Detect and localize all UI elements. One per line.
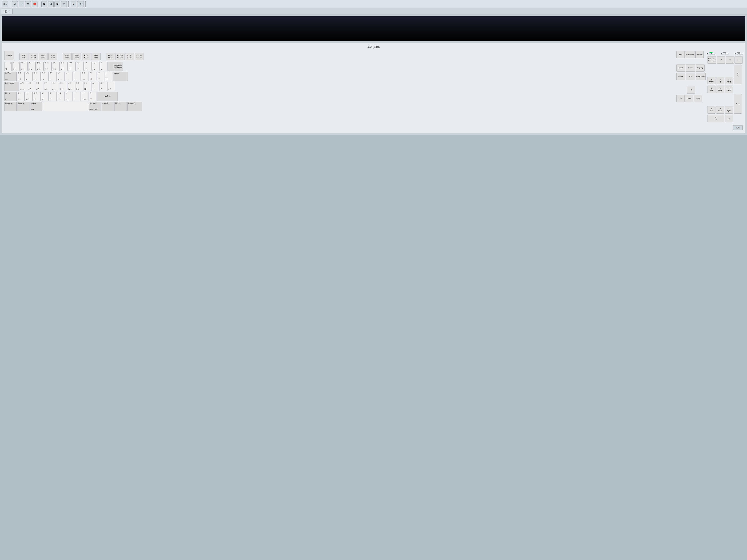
numpad-7-key[interactable]: 7Home	[707, 77, 716, 84]
numpad-3-key[interactable]: 3Pg Dn	[725, 106, 733, 114]
equals-key[interactable]: + .= .	[100, 62, 107, 71]
f4-key[interactable]: F4 F4F4 F4	[48, 53, 57, 60]
x-key[interactable]: X >x »	[25, 92, 32, 101]
y-key[interactable]: Y ¥y ←	[57, 72, 65, 81]
i-key[interactable]: I ıi →	[73, 72, 80, 81]
end-key[interactable]: End	[686, 73, 695, 80]
minus-key[interactable]: _ ¿- \	[92, 62, 100, 71]
numpad-2-key[interactable]: 2Down	[716, 106, 724, 114]
space-key[interactable]	[43, 102, 88, 111]
g-key[interactable]: G ŋg ŋ	[52, 82, 59, 91]
numpad-del-key[interactable]: Del	[725, 115, 733, 122]
page-down-key[interactable]: Page Down	[696, 73, 706, 80]
p-key[interactable]: P Þp þ	[89, 72, 97, 81]
r-key[interactable]: R ®r ¶	[41, 72, 49, 81]
h-key[interactable]: H Ħh ħ	[59, 82, 67, 91]
down-key[interactable]: Down	[685, 95, 693, 102]
f11-key[interactable]: F11 F···F11 F···	[125, 53, 134, 60]
ctrl-r-key[interactable]: Control R	[127, 102, 142, 111]
numpad-9-key[interactable]: 9Pg Up	[725, 77, 733, 84]
menu-key[interactable]: Menu	[114, 102, 127, 111]
q-key[interactable]: Q Ωq ®	[17, 72, 25, 81]
m-key[interactable]: M °m µ	[65, 92, 73, 101]
rbracket-key[interactable]: } ~] ]	[105, 72, 112, 81]
shift-r-key[interactable]: Shift R	[97, 92, 118, 101]
numpad-div-key[interactable]: / /	[717, 56, 725, 64]
super-l-key[interactable]: Super L	[17, 102, 29, 111]
numpad-enter-key[interactable]: Enter	[734, 94, 742, 114]
7-key[interactable]: & ⅞7 {	[60, 62, 68, 71]
numpad-4-key[interactable]: 4Left	[707, 85, 716, 93]
period-key[interactable]: > ÷. C···	[81, 92, 88, 101]
view4-button[interactable]: ✂	[61, 1, 67, 7]
f-key[interactable]: F ªf đ	[44, 82, 51, 91]
8-key[interactable]: * ™8 [	[68, 62, 76, 71]
alt-l-key[interactable]: Meta L Alt L	[30, 102, 43, 111]
ctrl-l-key[interactable]: Control L	[4, 102, 17, 111]
numpad-lock-key[interactable]: Num LockNum Lock	[707, 56, 716, 64]
pause-key[interactable]: Pause	[695, 51, 703, 58]
s-key[interactable]: S §s ß	[28, 82, 35, 91]
backspace-key[interactable]: BackSpace BackSpace	[108, 62, 123, 71]
numpad-plus-key[interactable]: ++	[734, 65, 742, 84]
k-key[interactable]: K &k κ	[76, 82, 83, 91]
f5-key[interactable]: F5 F5F5 F5	[63, 53, 72, 60]
tab-key[interactable]: Left Tab Tab	[4, 72, 17, 81]
semicolon-key[interactable]: : ;; ´	[92, 82, 99, 91]
f10-key[interactable]: F10 F···F10 F···	[115, 53, 125, 60]
insert-key[interactable]: Insert	[676, 64, 685, 72]
redo-button[interactable]: ⟳	[25, 1, 31, 7]
o-key[interactable]: O Øo ø	[81, 72, 88, 81]
page-up-key[interactable]: Page Up	[696, 64, 704, 72]
grave-key[interactable]: ¬|` |	[4, 62, 12, 71]
numpad-8-key[interactable]: 8Up	[716, 77, 724, 84]
u-key[interactable]: U ↑u ↓	[65, 72, 73, 81]
fullscreen-button[interactable]: ⛶ ▾	[77, 1, 84, 7]
tab-close-icon[interactable]: ×	[8, 10, 10, 13]
comma-key[interactable]: < ×, .	[73, 92, 80, 101]
print-key[interactable]: Print	[676, 51, 685, 58]
slash-key[interactable]: ? •/ /	[89, 92, 97, 101]
lbracket-key[interactable]: { °[ [	[97, 72, 104, 81]
4-key[interactable]: $ ¼4 €	[36, 62, 44, 71]
f1-key[interactable]: F1 F1F1 F1	[20, 53, 28, 60]
pause-button[interactable]: ⏸ ▾	[2, 1, 8, 7]
home-key[interactable]: Home	[686, 64, 695, 72]
shift-l-key[interactable]: Shift L \ |	[4, 92, 17, 101]
f3-key[interactable]: F3 F3F3 F3	[39, 53, 48, 60]
super-r-key[interactable]: Super R	[102, 102, 114, 111]
compose-key[interactable]: Compose Level3 S···	[89, 102, 101, 111]
v-key[interactable]: V 'v "	[41, 92, 49, 101]
f9-key[interactable]: F9 F9F9 F9	[106, 53, 115, 60]
up-key[interactable]: Up	[687, 86, 695, 94]
hash-key[interactable]: ~ ~# ˜	[107, 82, 115, 91]
f2-key[interactable]: F2 F2F2 F2	[29, 53, 38, 60]
6-key[interactable]: ^ ⅝6 ¾	[52, 62, 59, 71]
escape-key[interactable]: Escape	[4, 51, 14, 60]
t-key[interactable]: T Ŧt ŧ	[49, 72, 56, 81]
numpad-mul-key[interactable]: * *	[726, 56, 734, 64]
0-key[interactable]: ) °0 }	[84, 62, 92, 71]
n-key[interactable]: N Nn n	[57, 92, 65, 101]
c-key[interactable]: C ©c ¢	[33, 92, 41, 101]
close-button[interactable]: 关闭	[733, 125, 743, 130]
view2-button[interactable]: ☐	[48, 1, 54, 7]
e-key[interactable]: E Ee e	[33, 72, 41, 81]
numpad-sub-key[interactable]: - -	[735, 56, 743, 64]
numpad-5-key[interactable]: 5Begin	[716, 85, 724, 93]
view3-button[interactable]: ▣	[54, 1, 60, 7]
scroll-lock-key[interactable]: Scroll Lock	[685, 51, 695, 58]
run-button[interactable]: ▶	[71, 1, 76, 7]
1-key[interactable]: !i1 1	[12, 62, 20, 71]
delete-key[interactable]: Delete	[676, 73, 685, 80]
3-key[interactable]: £ £3 3	[28, 62, 36, 71]
b-key[interactable]: B 'b "	[49, 92, 56, 101]
f8-key[interactable]: F8 F8F8 F8	[92, 53, 101, 60]
9-key[interactable]: ( ±9 ]	[76, 62, 83, 71]
stop-button[interactable]: 🔴	[32, 1, 37, 7]
numpad-1-key[interactable]: 1End	[707, 106, 716, 114]
view1-button[interactable]: ▣	[41, 1, 47, 7]
5-key[interactable]: % ⅜5 ½	[44, 62, 52, 71]
right-key[interactable]: Right	[694, 95, 702, 102]
left-key[interactable]: Left	[676, 95, 685, 102]
